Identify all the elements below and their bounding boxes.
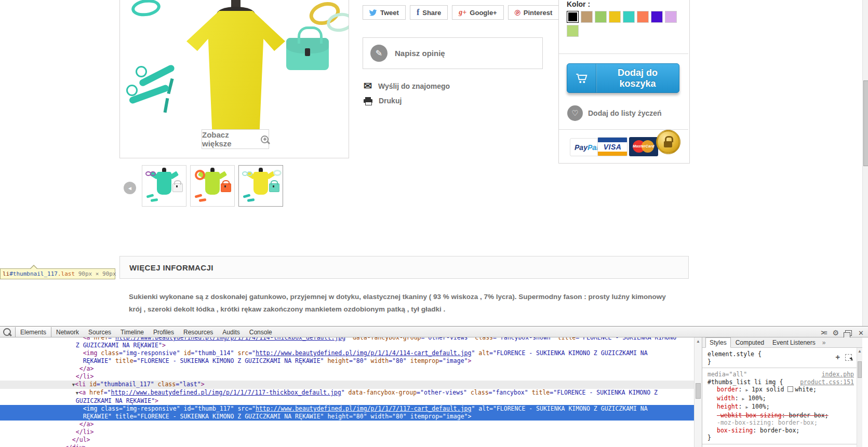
devtools-tab-resources[interactable]: Resources — [179, 327, 218, 337]
rule-selector: #thumbs_list li img { — [707, 378, 783, 386]
devtools-tab-sources[interactable]: Sources — [84, 327, 116, 337]
dom-tree-line[interactable]: <img class="img-responsive" id="thumb_11… — [0, 349, 694, 357]
dom-tree-line[interactable]: ▼<li id="thumbnail_117" class="last"> — [0, 381, 694, 389]
devtools-tab-console[interactable]: Console — [245, 327, 277, 337]
styles-scrollbar[interactable]: ▲ — [857, 348, 862, 447]
devtools-panel: ElementsNetworkSourcesTimelineProfilesRe… — [0, 326, 868, 447]
page-scrollbar-thumb[interactable] — [863, 80, 868, 166]
css-property-row[interactable]: box-sizing: border-box; — [707, 427, 862, 435]
facebook-share-button[interactable]: f Share — [410, 5, 448, 20]
color-swatch-fill — [609, 11, 620, 22]
print-link[interactable]: Drukuj — [364, 97, 402, 105]
devtools-tab-network[interactable]: Network — [51, 327, 84, 337]
dom-tree-line[interactable]: </li> — [0, 428, 694, 436]
heart-icon: ♡ — [567, 105, 583, 121]
dom-tree-line[interactable]: </a> — [0, 365, 694, 373]
color-swatch[interactable] — [651, 11, 663, 23]
dom-tree-line[interactable]: Z GUZICZKAMI NA RĘKAWIE"> — [0, 342, 694, 349]
devtools-tab-audits[interactable]: Audits — [218, 327, 244, 337]
color-swatch-chip[interactable] — [787, 386, 793, 392]
close-icon[interactable]: ✕ — [858, 329, 864, 337]
color-swatch[interactable] — [609, 11, 621, 23]
css-property-row[interactable]: width: ▶ 100%; — [707, 395, 862, 403]
tweet-button[interactable]: Tweet — [363, 5, 406, 20]
css-property-name: box-sizing — [717, 427, 753, 434]
pinterest-button[interactable]: ℗ Pinterest — [508, 5, 559, 20]
thumbnail-list — [142, 165, 283, 207]
devtools-tab-profiles[interactable]: Profiles — [149, 327, 179, 337]
elements-scrollbar-thumb[interactable] — [696, 383, 701, 399]
thumbnail-item[interactable] — [238, 165, 283, 207]
dom-tree-line[interactable]: GUZICZKAMI NA RĘKAWIE"> — [0, 397, 694, 405]
dock-window-icon[interactable] — [845, 330, 852, 336]
tab-overflow-icon[interactable]: » — [820, 339, 828, 346]
sidebar-tab-computed[interactable]: Computed — [732, 338, 768, 347]
styles-rules[interactable]: element.style {+}media="all"index.php#th… — [702, 348, 862, 447]
color-swatch[interactable] — [595, 11, 607, 23]
stylesheet-link[interactable]: product.css:151 — [800, 378, 854, 386]
expand-arrow-icon[interactable]: ▶ — [745, 388, 751, 392]
color-label: Kolor : — [567, 0, 590, 8]
dom-tree-line[interactable]: RĘKAWIE" title="FLORENCE - SUKIENKA KIMO… — [0, 413, 694, 421]
styles-sidebar-tabs: StylesComputedEvent Listeners» — [702, 337, 862, 348]
devtools-toolbar-right: >≡ ⚙ ✕ — [821, 328, 864, 338]
sidebar-tab-event-listeners[interactable]: Event Listeners — [769, 338, 819, 347]
googleplus-button[interactable]: g+ Google+ — [452, 5, 503, 20]
styles-scrollbar-thumb[interactable] — [858, 361, 862, 378]
dom-tree-line[interactable]: <img class="img-responsive" id="thumb_11… — [0, 405, 694, 413]
stylesheet-link[interactable]: index.php — [822, 371, 854, 378]
devtools-tabs: ElementsNetworkSourcesTimelineProfilesRe… — [15, 327, 277, 337]
sidebar-tab-styles[interactable]: Styles — [705, 337, 731, 348]
devtools-tab-timeline[interactable]: Timeline — [116, 327, 149, 337]
add-to-wishlist-link[interactable]: ♡ Dodaj do listy życzeń — [567, 105, 662, 121]
color-swatch-fill — [651, 11, 662, 22]
css-property-name: -webkit-box-sizing — [717, 412, 782, 419]
color-swatch-fill — [637, 11, 648, 22]
page-scrollbar[interactable] — [862, 0, 868, 326]
thumb-sunglasses-art — [150, 171, 156, 176]
scroll-up-icon[interactable]: ▲ — [696, 339, 700, 344]
thumbnail-item[interactable] — [142, 165, 186, 207]
color-swatch[interactable] — [637, 11, 649, 23]
dom-tree-line[interactable]: </a> — [0, 421, 694, 428]
color-swatch[interactable] — [567, 11, 579, 23]
dom-tree-line[interactable]: </ul> — [0, 436, 694, 444]
write-review-button[interactable]: ✎ Napisz opinię — [363, 37, 543, 69]
new-style-rule-icon[interactable]: + — [836, 354, 840, 361]
dom-tree-line[interactable]: <a href="http://www.beautydefined.pl/img… — [0, 337, 694, 342]
css-property-row[interactable]: border: ▶ 1px solid white; — [707, 386, 862, 395]
elements-scrollbar[interactable]: ▲ — [694, 337, 702, 447]
color-swatch[interactable] — [581, 11, 593, 23]
view-larger-button[interactable]: Zobacz większe — [202, 129, 269, 149]
color-swatch[interactable] — [567, 25, 579, 37]
element-state-icon[interactable] — [845, 354, 852, 361]
gear-icon[interactable]: ⚙ — [833, 329, 839, 336]
thumbnail-item[interactable] — [190, 165, 235, 207]
dom-tree-line[interactable]: </li> — [0, 373, 694, 381]
css-property-row[interactable]: -moz-box-sizing: border-box; — [707, 419, 862, 427]
color-swatch[interactable] — [623, 11, 635, 23]
expand-arrow-icon[interactable]: ▶ — [742, 397, 747, 401]
color-swatch[interactable] — [665, 11, 677, 23]
expand-arrow-icon[interactable]: ▶ — [745, 405, 751, 410]
inspect-search-icon[interactable] — [3, 328, 11, 336]
dom-tree-line[interactable]: </div> — [0, 444, 694, 447]
dom-tree-line[interactable]: ▼<a href="http://www.beautydefined.pl/im… — [0, 389, 694, 397]
media-query-text: media="all" — [707, 371, 747, 378]
css-property-row[interactable]: height: ▶ 100%; — [707, 403, 862, 412]
chevron-left-icon: ◄ — [127, 185, 132, 191]
console-drawer-icon[interactable]: >≡ — [821, 329, 826, 336]
elements-tree[interactable]: <a href="http://www.beautydefined.pl/img… — [0, 337, 694, 447]
dom-tree-line[interactable]: RĘKAWIE" title="FLORENCE - SUKIENKA KIMO… — [0, 357, 694, 365]
add-to-cart-button[interactable]: Dodaj do koszyka — [567, 63, 679, 93]
css-property-row[interactable]: -webkit-box-sizing: border-box; — [707, 412, 862, 419]
send-to-friend-link[interactable]: ✉ Wyślij do znajomego — [364, 81, 450, 91]
devtools-tab-elements[interactable]: Elements — [15, 327, 51, 337]
style-rule-section: element.style {+} — [702, 348, 862, 368]
teal-heel-art — [126, 85, 138, 96]
thumb-shoes-art — [146, 194, 154, 198]
scroll-up-icon[interactable]: ▲ — [858, 349, 862, 354]
more-info-header: WIĘCEJ INFORMACJI — [119, 256, 689, 279]
carousel-prev-button[interactable]: ◄ — [124, 182, 136, 194]
thumb-necklace-art — [195, 170, 205, 180]
